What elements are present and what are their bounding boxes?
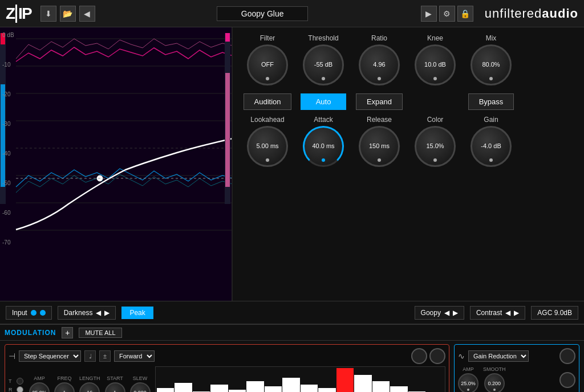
controls-area: Filter OFF Threshold -55 dB Ratio 4.96 xyxy=(233,27,584,301)
step-bar-1[interactable] xyxy=(175,383,192,392)
step-bar-4[interactable] xyxy=(229,390,246,392)
mod-slot-1-type-select[interactable]: Step Sequencer xyxy=(19,350,81,362)
knee-label: Knee xyxy=(427,34,443,42)
r-label: R xyxy=(9,387,14,392)
brand-bold: audio xyxy=(542,6,578,21)
lookahead-value: 5.00 ms xyxy=(256,142,278,150)
agc-btn[interactable]: AGC 9.0dB xyxy=(531,306,578,320)
slew1-label: SLEW xyxy=(133,375,148,381)
lookahead-knob[interactable]: 5.00 ms xyxy=(247,126,288,167)
step-bar-7[interactable] xyxy=(282,378,300,392)
auto-button[interactable]: Auto xyxy=(301,93,346,110)
gain-knob[interactable]: -4.0 dB xyxy=(471,126,512,167)
input-btn[interactable]: Input xyxy=(6,306,52,320)
start1-knob[interactable]: 1 xyxy=(105,382,125,392)
amp1-knob[interactable]: 25.0% xyxy=(29,382,50,392)
mod-slot-2-end-btns xyxy=(559,348,575,364)
goopy-prev[interactable]: ◀ xyxy=(444,309,449,317)
mod-section: MODULATION + MUTE ALL ⊣ Step Sequencer ♩… xyxy=(0,324,584,392)
mod-slots: ⊣ Step Sequencer ♩ ± Forward T xyxy=(0,341,584,392)
attack-knob[interactable]: 40.0 ms xyxy=(303,126,344,167)
mod-slot-1-circle2[interactable] xyxy=(429,348,445,364)
mod-add-btn[interactable]: + xyxy=(62,327,73,338)
darkness-prev[interactable]: ◀ xyxy=(96,309,101,317)
step-bar-0[interactable] xyxy=(157,388,175,392)
mod-slot-2-circle1[interactable] xyxy=(559,348,575,364)
db-70: -70 xyxy=(2,239,14,269)
mod-slot-2-side-btn[interactable] xyxy=(559,372,575,388)
step-bar-10[interactable] xyxy=(336,368,354,392)
start1-group: START 1 xyxy=(105,375,125,392)
contrast-btn[interactable]: Contrast ◀ ▶ xyxy=(470,306,525,320)
amp1-val: 25.0% xyxy=(32,390,47,392)
step-bar-9[interactable] xyxy=(318,388,336,392)
goopy-next[interactable]: ▶ xyxy=(453,309,458,317)
expand-button[interactable]: Expand xyxy=(356,93,403,110)
threshold-knob[interactable]: -55 dB xyxy=(303,44,344,85)
ratio-knob[interactable]: 4.96 xyxy=(359,44,400,85)
mod-slot-1-circle1[interactable] xyxy=(411,348,427,364)
step-bar-3[interactable] xyxy=(210,385,228,392)
save-icon[interactable]: ⬇ xyxy=(40,6,56,22)
svg-rect-15 xyxy=(225,33,230,42)
mod-title: MODULATION xyxy=(5,329,56,337)
color-group: Color 15.0% xyxy=(409,116,461,167)
release-value: 150 ms xyxy=(369,142,390,150)
mod-slot-2-body: AMP 25.0% SMOOTH 0.200 xyxy=(458,366,575,392)
preset-gear-icon[interactable]: ⚙ xyxy=(439,6,455,22)
darkness-btn[interactable]: Darkness ◀ ▶ xyxy=(58,306,116,320)
slew1-knob[interactable]: 0.000 xyxy=(130,382,151,392)
tr-t1[interactable] xyxy=(17,378,23,385)
mod-slot-2-type-select[interactable]: Gain Reduction xyxy=(468,350,529,362)
back-icon[interactable]: ◀ xyxy=(79,6,95,22)
step-bar-13[interactable] xyxy=(390,386,408,392)
mix-knob[interactable]: 80.0% xyxy=(471,44,512,85)
logo-text: Z xyxy=(6,5,14,23)
step-bar-11[interactable] xyxy=(354,375,372,392)
step-bar-6[interactable] xyxy=(265,386,282,392)
mod-slot-1-dir-select[interactable]: Forward xyxy=(114,350,155,362)
amp2-label: AMP xyxy=(463,366,474,372)
step-bar-12[interactable] xyxy=(372,381,390,392)
smooth2-val: 0.200 xyxy=(488,381,501,386)
db-50: -50 xyxy=(2,180,14,210)
preset-name[interactable]: Goopy Glue xyxy=(217,6,308,21)
amp2-knob[interactable]: 25.0% xyxy=(458,373,478,392)
length1-knob[interactable]: 16 xyxy=(79,382,100,392)
db-40: -40 xyxy=(2,150,14,180)
tr-r1[interactable] xyxy=(17,386,23,392)
smooth2-knob[interactable]: 0.200 xyxy=(484,373,505,392)
mod-slot-1-header: ⊣ Step Sequencer ♩ ± Forward xyxy=(9,348,445,364)
mod-mute-btn[interactable]: MUTE ALL xyxy=(79,328,121,338)
darkness-next[interactable]: ▶ xyxy=(104,309,110,317)
peak-btn[interactable]: Peak xyxy=(121,307,153,319)
step-sequencer-bars[interactable] xyxy=(155,366,445,392)
contrast-prev[interactable]: ◀ xyxy=(505,309,510,317)
mod-slot-1-end-btns xyxy=(411,348,445,364)
mod-slot-1-sync-icon[interactable]: ± xyxy=(99,350,111,362)
attack-group: Attack 40.0 ms xyxy=(298,116,349,167)
knee-group: Knee 10.0 dB xyxy=(409,34,461,85)
contrast-next[interactable]: ▶ xyxy=(514,309,519,317)
scope-area: 0 dB -10 -20 -30 -40 -50 -60 -70 xyxy=(0,27,233,301)
preset-next-icon[interactable]: ▶ xyxy=(421,6,437,22)
folder-icon[interactable]: 📂 xyxy=(60,6,76,22)
preset-lock-icon[interactable]: 🔒 xyxy=(457,6,473,22)
release-group: Release 150 ms xyxy=(354,116,405,167)
amp2-dot xyxy=(467,389,469,391)
release-knob[interactable]: 150 ms xyxy=(359,126,400,167)
audition-button[interactable]: Audition xyxy=(244,93,292,110)
freq1-knob[interactable]: 1 xyxy=(54,382,75,392)
filter-knob[interactable]: OFF xyxy=(247,44,288,85)
step-bar-5[interactable] xyxy=(246,381,264,392)
color-knob[interactable]: 15.0% xyxy=(415,126,456,167)
btn-row: Audition Auto Expand Bypass xyxy=(242,93,575,110)
knee-knob[interactable]: 10.0 dB xyxy=(415,44,456,85)
contrast-label: Contrast xyxy=(476,309,502,317)
preset-icons: ▶ ⚙ 🔒 xyxy=(421,6,473,22)
bypass-button[interactable]: Bypass xyxy=(468,93,514,110)
attack-value: 40.0 ms xyxy=(312,142,334,150)
mod-slot-1-note-icon[interactable]: ♩ xyxy=(84,350,96,362)
goopy-btn[interactable]: Goopy ◀ ▶ xyxy=(415,306,464,320)
step-bar-8[interactable] xyxy=(301,385,318,392)
